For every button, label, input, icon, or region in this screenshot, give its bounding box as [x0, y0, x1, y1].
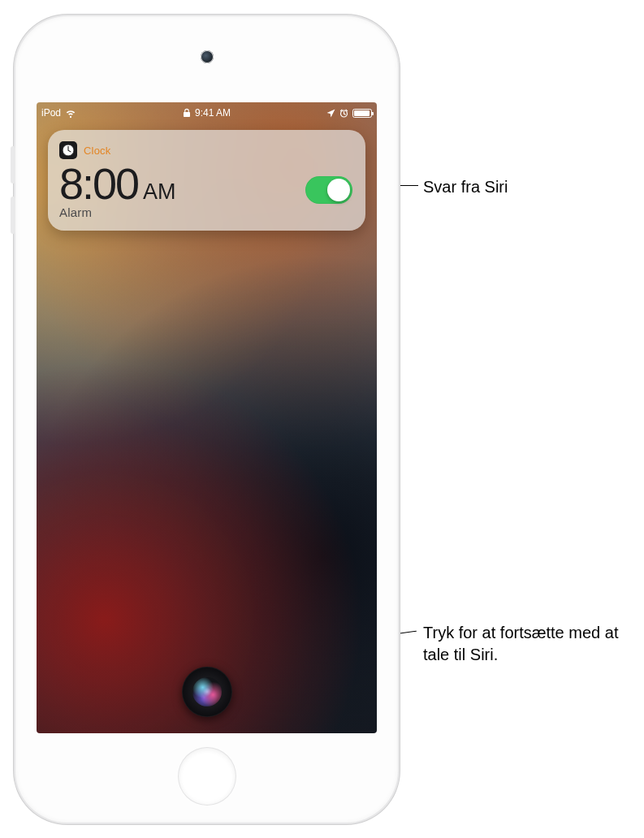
- battery-icon: [352, 109, 372, 118]
- status-bar: iPod 9:41 AM: [41, 106, 372, 120]
- device-frame: iPod 9:41 AM: [15, 16, 398, 823]
- alarm-ampm: AM: [143, 179, 176, 205]
- callout-siri-response: Svar fra Siri: [423, 176, 508, 198]
- alarm-label: Alarm: [59, 205, 176, 219]
- volume-down-button[interactable]: [11, 197, 15, 234]
- lock-screen: iPod 9:41 AM: [37, 102, 377, 733]
- siri-orb-icon: [192, 677, 222, 706]
- alarm-toggle[interactable]: [305, 176, 352, 204]
- callout-tap-to-continue: Tryk for at fortsætte med at tale til Si…: [423, 622, 638, 666]
- siri-button[interactable]: [182, 667, 232, 717]
- app-name-label: Clock: [84, 145, 111, 157]
- volume-up-button[interactable]: [11, 146, 15, 184]
- home-button[interactable]: [179, 748, 236, 805]
- lock-icon: [183, 108, 191, 118]
- clock-time: 9:41 AM: [195, 107, 231, 119]
- clock-notification[interactable]: Clock 8:00 AM Alarm: [48, 130, 365, 231]
- front-camera: [201, 50, 214, 63]
- alarm-time: 8:00: [59, 161, 138, 207]
- clock-app-icon: [59, 141, 77, 159]
